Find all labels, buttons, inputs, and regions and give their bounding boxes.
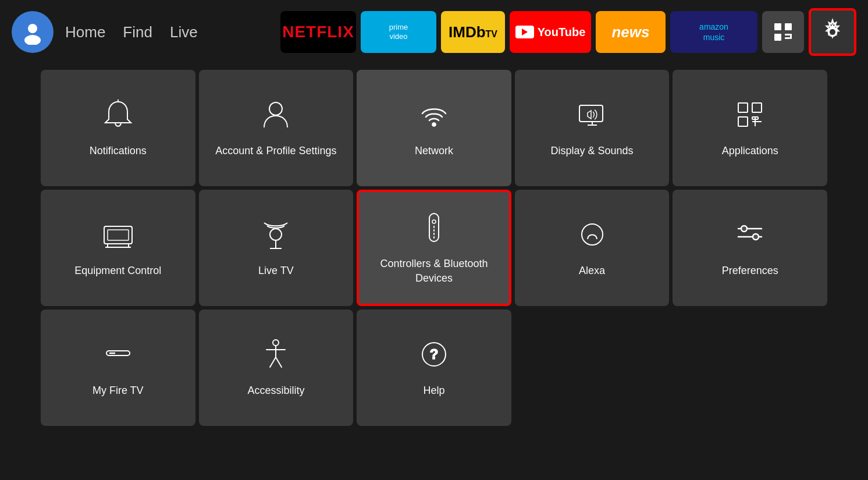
imdb-label: IMDbTV [449,23,497,41]
svg-rect-4 [774,34,781,41]
svg-point-42 [753,234,759,240]
user-avatar[interactable] [12,11,54,53]
antenna-icon [258,217,293,254]
firetv-icon [101,337,136,374]
svg-text:?: ? [430,346,439,362]
svg-rect-5 [785,34,790,35]
tile-account[interactable]: Account & Profile Settings [199,70,354,186]
amazon-music-label: amazonmusic [699,22,728,42]
svg-point-1 [24,35,41,45]
live-tv-label: Live TV [252,264,300,278]
tile-controllers-bluetooth[interactable]: Controllers & Bluetooth Devices [357,190,511,306]
app-youtube[interactable]: YouTube [510,11,591,53]
tile-alexa[interactable]: Alexa [515,190,670,306]
svg-rect-28 [108,230,129,240]
bell-icon [101,97,136,134]
svg-rect-6 [785,37,790,39]
netflix-label: NETFLIX [282,23,354,41]
svg-point-0 [28,24,37,33]
tile-applications[interactable]: Applications [673,70,827,186]
top-navigation: Home Find Live NETFLIX primevideo IMDbTV… [0,0,868,64]
settings-icon [819,18,846,46]
alexa-label: Alexa [573,264,611,278]
grid-icon [773,22,794,42]
tile-network[interactable]: Network [357,70,511,186]
preferences-label: Preferences [716,264,784,278]
app-prime-video[interactable]: primevideo [361,11,436,53]
tile-equipment-control[interactable]: Equipment Control [41,190,195,306]
youtube-label: YouTube [538,26,586,39]
tile-preferences[interactable]: Preferences [673,190,827,306]
tile-display-sounds[interactable]: Display & Sounds [515,70,670,186]
notifications-label: Notifications [84,144,152,158]
news-label: news [611,23,649,41]
svg-rect-2 [774,23,781,30]
svg-rect-20 [738,117,748,126]
tile-accessibility[interactable]: Accessibility [199,310,354,426]
app-amazon-music[interactable]: amazonmusic [670,11,757,53]
svg-point-41 [741,226,747,232]
youtube-inner: YouTube [515,26,586,39]
network-label: Network [409,144,459,158]
wifi-icon [417,97,451,134]
svg-rect-7 [790,34,792,39]
svg-line-49 [276,357,282,367]
remote-icon [417,210,451,247]
alexa-icon [575,217,610,254]
svg-rect-3 [785,23,792,30]
svg-point-45 [273,340,279,346]
svg-point-29 [270,229,282,240]
app-netflix[interactable]: NETFLIX [280,11,356,53]
nav-links: Home Find Live [65,23,198,41]
accessibility-icon [258,337,293,374]
applications-label: Applications [716,144,784,158]
svg-point-11 [269,102,282,115]
help-icon: ? [417,337,451,374]
youtube-play-icon [515,26,534,38]
svg-rect-19 [752,103,762,112]
nav-home[interactable]: Home [65,23,105,41]
account-label: Account & Profile Settings [209,144,342,158]
tile-live-tv[interactable]: Live TV [199,190,354,306]
svg-line-48 [270,357,276,367]
sliders-icon [732,217,767,254]
svg-marker-17 [588,111,591,119]
settings-button[interactable] [809,8,856,56]
person-icon [258,97,293,134]
svg-point-12 [432,123,436,126]
svg-rect-24 [104,226,132,244]
controllers-label: Controllers & Bluetooth Devices [359,257,509,286]
svg-rect-18 [738,103,748,112]
nav-find[interactable]: Find [123,23,152,41]
app-imdb-tv[interactable]: IMDbTV [441,11,505,53]
display-sounds-label: Display & Sounds [545,144,639,158]
app-grid-icon[interactable] [762,11,804,53]
svg-point-33 [432,220,436,223]
tv-icon [101,217,136,254]
tile-my-fire-tv[interactable]: My Fire TV [41,310,195,426]
svg-point-9 [830,29,835,35]
settings-grid: Notifications Account & Profile Settings… [0,66,868,429]
app-shortcuts: NETFLIX primevideo IMDbTV YouTube news a… [280,8,856,56]
tile-help[interactable]: ? Help [357,310,511,426]
equipment-control-label: Equipment Control [69,264,167,278]
app-news[interactable]: news [596,11,666,53]
prime-label: primevideo [389,23,408,41]
nav-live[interactable]: Live [170,23,198,41]
my-fire-tv-label: My Fire TV [87,383,150,398]
display-sound-icon [575,97,610,134]
apps-icon [732,97,767,134]
accessibility-label: Accessibility [241,383,310,398]
tile-notifications[interactable]: Notifications [41,70,195,186]
help-label: Help [417,383,450,398]
